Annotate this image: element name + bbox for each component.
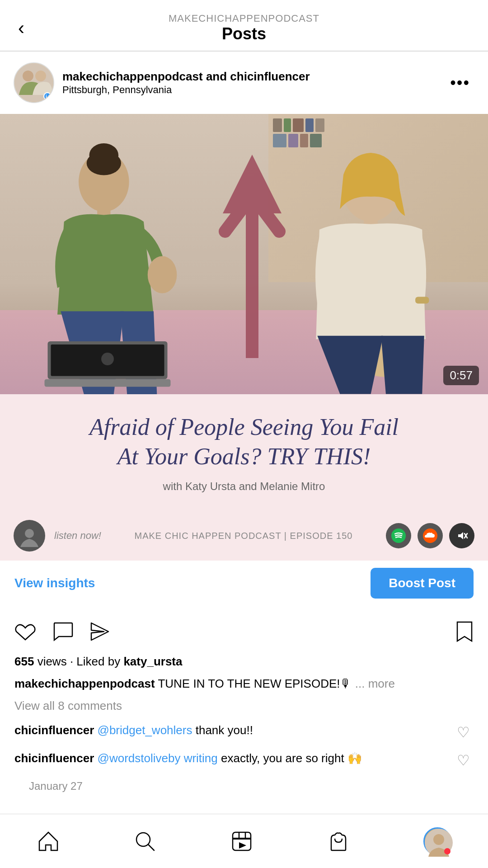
svg-rect-34	[233, 832, 251, 850]
podcast-subtitle: with Katy Ursta and Melanie Mitro	[23, 480, 465, 493]
comment-like-button-1[interactable]: ♡	[453, 722, 474, 743]
svg-point-2	[35, 71, 46, 81]
svg-rect-35	[233, 838, 251, 840]
notification-dot	[444, 848, 450, 854]
action-left	[14, 621, 110, 646]
more-options-button[interactable]: •••	[446, 73, 474, 92]
svg-point-3	[44, 93, 51, 100]
svg-point-7	[87, 151, 121, 175]
caption-more[interactable]: ... more	[355, 677, 395, 690]
post-header: i makechichappenpodcast and chicinfluenc…	[0, 52, 488, 114]
action-bar	[0, 609, 488, 655]
page-header: ‹ MAKECHICHAPPENPODCAST Posts	[0, 0, 488, 51]
nav-shop[interactable]	[327, 830, 350, 853]
comment-body-1: thank you!!	[196, 723, 253, 737]
dot-separator: ·	[70, 655, 76, 668]
boost-post-button[interactable]: Boost Post	[371, 568, 474, 599]
header-subtitle: MAKECHICHAPPENPODCAST	[169, 13, 319, 24]
svg-rect-23	[44, 379, 170, 387]
insights-row: View insights Boost Post	[0, 561, 488, 609]
podcast-title-line1: Afraid of People Seeing You Fail	[89, 414, 399, 440]
comment-text-2: chicinfluencer @wordstoliveby writing ex…	[14, 750, 453, 766]
post-caption: makechichappenpodcast TUNE IN TO THE NEW…	[14, 675, 474, 693]
comment-mention-2[interactable]: @wordstoliveby writing	[98, 751, 218, 765]
soundcloud-icon[interactable]	[418, 523, 443, 548]
comment-username-1[interactable]: chicinfluencer	[14, 723, 94, 737]
svg-text:i: i	[46, 94, 47, 99]
liked-by-label: Liked by	[76, 655, 120, 668]
views-count: 655	[14, 655, 34, 668]
nav-profile[interactable]	[423, 827, 451, 855]
post-location: Pittsburgh, Pennsylvania	[62, 84, 310, 96]
svg-line-33	[148, 844, 154, 850]
views-label: views	[38, 655, 67, 668]
username-and: and	[206, 70, 230, 83]
svg-marker-24	[223, 155, 282, 213]
bookmark-button[interactable]	[455, 620, 474, 647]
svg-point-27	[391, 528, 406, 543]
podcast-card: Afraid of People Seeing You Fail At Your…	[0, 394, 488, 511]
liked-username[interactable]: katy_ursta	[123, 655, 182, 668]
views-liked: 655 views · Liked by katy_ursta	[14, 655, 474, 669]
post-header-left: i makechichappenpodcast and chicinfluenc…	[14, 62, 310, 103]
comment-row: chicinfluencer @bridget_wohlers thank yo…	[14, 722, 474, 743]
svg-point-40	[433, 834, 444, 845]
avatar-image: i	[14, 63, 53, 102]
podcast-title-line2: At Your Goals? TRY THIS!	[117, 443, 371, 469]
svg-point-9	[148, 256, 177, 293]
caption-text: TUNE IN TO THE NEW EPISODE!🎙	[158, 677, 352, 690]
podcast-episode-info: MAKE CHIC HAPPEN PODCAST | EPISODE 150	[110, 531, 377, 541]
back-button[interactable]: ‹	[18, 17, 24, 39]
svg-point-22	[101, 353, 114, 365]
post-date: January 27	[14, 778, 474, 802]
arrow-overlay	[211, 141, 293, 360]
video-thumbnail[interactable]: 0:57	[0, 114, 488, 394]
comment-row: chicinfluencer @wordstoliveby writing ex…	[14, 750, 474, 771]
comment-text-1: chicinfluencer @bridget_wohlers thank yo…	[14, 722, 453, 738]
view-insights-button[interactable]: View insights	[14, 576, 95, 590]
nav-reels[interactable]	[230, 830, 253, 853]
username1[interactable]: makechichappenpodcast	[62, 70, 203, 83]
podcast-avatar	[14, 520, 45, 552]
bottom-nav	[0, 814, 488, 868]
nav-home[interactable]	[37, 830, 60, 853]
podcast-footer: listen now! MAKE CHIC HAPPEN PODCAST | E…	[0, 511, 488, 561]
nav-search[interactable]	[133, 830, 157, 853]
post-media[interactable]: 0:57 Afraid of People Seeing You Fail At…	[0, 114, 488, 561]
comment-mention-1[interactable]: @bridget_wohlers	[98, 723, 192, 737]
share-button[interactable]	[89, 621, 110, 646]
podcast-platform-icons	[386, 523, 474, 548]
view-comments-link[interactable]: View all 8 comments	[14, 699, 474, 713]
post-user-info: makechichappenpodcast and chicinfluencer…	[62, 70, 310, 95]
svg-point-26	[25, 529, 34, 538]
comment-like-button-2[interactable]: ♡	[453, 750, 474, 771]
comment-username-2[interactable]: chicinfluencer	[14, 751, 94, 765]
podcast-listen-text: listen now!	[54, 530, 101, 542]
caption-username[interactable]: makechichappenpodcast	[14, 677, 155, 690]
spotify-icon[interactable]	[386, 523, 411, 548]
video-timer: 0:57	[443, 366, 479, 385]
podcast-title: Afraid of People Seeing You Fail At Your…	[23, 412, 465, 471]
post-username[interactable]: makechichappenpodcast and chicinfluencer	[62, 70, 310, 84]
avatar[interactable]: i	[14, 62, 54, 103]
like-button[interactable]	[14, 622, 36, 646]
svg-rect-19	[415, 297, 429, 304]
comment-body-2: exactly, you are so right 🙌	[221, 751, 362, 765]
username2[interactable]: chicinfluencer	[230, 70, 310, 83]
header-title: Posts	[169, 24, 319, 43]
mute-icon[interactable]	[449, 523, 474, 548]
comment-button[interactable]	[52, 621, 73, 646]
post-content: 655 views · Liked by katy_ursta makechic…	[0, 655, 488, 802]
header-title-area: MAKECHICHAPPENPODCAST Posts	[169, 13, 319, 43]
svg-marker-38	[239, 842, 246, 849]
svg-point-1	[23, 71, 33, 81]
